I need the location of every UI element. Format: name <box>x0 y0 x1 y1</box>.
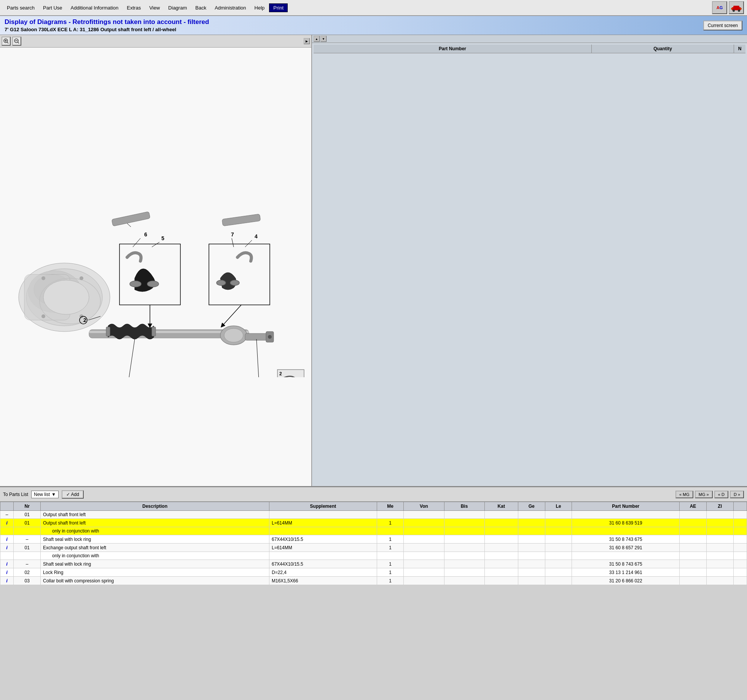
menu-administration[interactable]: Administration <box>211 3 250 12</box>
cell-ge <box>518 527 545 535</box>
th-zi: ZI <box>706 502 733 511</box>
table-row[interactable]: i–Shaft seal with lock ring67X44X10/15.5… <box>0 535 747 544</box>
table-row[interactable]: i–Shaft seal with lock ring67X44X10/15.5… <box>0 560 747 568</box>
cell-ae <box>680 544 707 552</box>
toolbar-button-ag[interactable]: AG <box>712 1 727 14</box>
cell-part_number: 31 60 8 657 291 <box>572 544 680 552</box>
th-desc: Description <box>41 502 269 511</box>
cell-bis <box>444 577 484 585</box>
table-row[interactable]: i02Lock RingD=22,4133 13 1 214 961 <box>0 568 747 577</box>
svg-point-21 <box>41 276 45 280</box>
cell-bis <box>444 511 484 519</box>
cell-me <box>377 511 404 519</box>
parts-table-body: –01Output shaft front lefti01Output shaf… <box>0 511 747 585</box>
nav-btn-mg-next[interactable]: MG » <box>695 491 713 498</box>
cell-kat <box>484 577 518 585</box>
table-row[interactable]: i03Collar bolt with compression springM1… <box>0 577 747 585</box>
cell-ge <box>518 568 545 577</box>
cell-me: 1 <box>377 544 404 552</box>
info-scroll-up[interactable]: ▲ <box>314 36 320 42</box>
menu-diagram[interactable]: Diagram <box>164 3 191 12</box>
table-row[interactable]: i01Exchange output shaft front leftL=614… <box>0 544 747 552</box>
add-button[interactable]: ✓ Add <box>62 490 84 499</box>
info-icon[interactable]: i <box>6 561 8 567</box>
cell-ge <box>518 552 545 560</box>
cell-bis <box>444 535 484 544</box>
menu-view[interactable]: View <box>145 3 164 12</box>
nav-btn-d-prev[interactable]: « D <box>714 491 728 498</box>
col-quantity: Quantity <box>592 45 734 53</box>
menu-extras[interactable]: Extras <box>123 3 145 12</box>
table-row[interactable]: –01Output shaft front left <box>0 511 747 519</box>
svg-rect-5 <box>740 8 742 10</box>
cell-le <box>545 560 572 568</box>
parts-table-wrapper: Nr Description Supplement Me Von Bis Kat… <box>0 502 747 684</box>
menu-additional-info[interactable]: Additional Information <box>67 3 123 12</box>
cell-_scroll <box>733 535 747 544</box>
table-row[interactable]: only in conjunction with <box>0 552 747 560</box>
cell-kat <box>484 552 518 560</box>
cell-info <box>0 552 14 560</box>
cell-kat <box>484 511 518 519</box>
info-scroll-down[interactable]: ▼ <box>320 36 327 42</box>
menu-back[interactable]: Back <box>191 3 210 12</box>
cell-nr: 01 <box>14 519 41 527</box>
cell-_scroll <box>733 560 747 568</box>
cell-bis <box>444 544 484 552</box>
cell-ae <box>680 535 707 544</box>
menu-help[interactable]: Help <box>251 3 269 12</box>
nav-btn-d-next[interactable]: D » <box>730 491 744 498</box>
cell-ae <box>680 577 707 585</box>
cell-part_number <box>572 552 680 560</box>
cell-ge <box>518 519 545 527</box>
col-part-number: Part Number <box>314 45 592 53</box>
table-row[interactable]: i01Output shaft front leftL=614MM131 60 … <box>0 519 747 527</box>
cell-info: i <box>0 577 14 585</box>
zoom-out-button[interactable] <box>12 37 21 46</box>
cell-zi <box>706 568 733 577</box>
toolbar-button-car[interactable] <box>729 1 744 14</box>
parts-list-toolbar: To Parts List New list ▼ ✓ Add « MG MG »… <box>0 487 747 502</box>
new-list-dropdown[interactable]: New list ▼ <box>31 491 59 498</box>
cell-me: 1 <box>377 535 404 544</box>
cell-ae <box>680 527 707 535</box>
cell-nr: 01 <box>14 544 41 552</box>
subtitle-prefix: 7' G12 Saloon 730LdX ECE L A: <box>5 27 80 32</box>
info-icon[interactable]: i <box>6 536 8 542</box>
menu-part-use[interactable]: Part Use <box>39 3 66 12</box>
cell-supplement <box>269 511 377 519</box>
diagram-panel: ▶ <box>0 35 312 486</box>
current-screen-button[interactable]: Current screen <box>703 21 742 30</box>
cell-kat <box>484 527 518 535</box>
info-icon[interactable]: i <box>6 569 8 575</box>
th-ge: Ge <box>518 502 545 511</box>
svg-point-22 <box>80 276 83 280</box>
table-row[interactable]: only in conjunction with <box>0 527 747 535</box>
cell-kat <box>484 519 518 527</box>
svg-point-52 <box>217 280 226 285</box>
cell-desc: only in conjunction with <box>41 552 269 560</box>
cell-kat <box>484 568 518 577</box>
cell-part_number <box>572 527 680 535</box>
cell-part_number: 33 13 1 214 961 <box>572 568 680 577</box>
bottom-section: To Parts List New list ▼ ✓ Add « MG MG »… <box>0 486 747 684</box>
menu-print[interactable]: Print <box>269 3 288 12</box>
zoom-in-button[interactable] <box>2 37 11 46</box>
nav-btn-mg-prev[interactable]: « MG <box>675 491 693 498</box>
cell-_scroll <box>733 519 747 527</box>
menu-parts-search[interactable]: Parts search <box>3 3 38 12</box>
cell-_scroll <box>733 577 747 585</box>
cell-me <box>377 552 404 560</box>
cell-le <box>545 511 572 519</box>
th-von: Von <box>404 502 444 511</box>
parts-table: Nr Description Supplement Me Von Bis Kat… <box>0 502 747 585</box>
cell-ae <box>680 511 707 519</box>
info-icon[interactable]: i <box>6 545 8 550</box>
svg-point-33 <box>268 335 272 339</box>
cell-desc: only in conjunction with <box>41 527 269 535</box>
info-icon[interactable]: i <box>6 520 8 526</box>
cell-bis <box>444 552 484 560</box>
scroll-right-arrow[interactable]: ▶ <box>304 38 310 44</box>
info-icon[interactable]: i <box>6 578 8 584</box>
cell-supplement <box>269 552 377 560</box>
